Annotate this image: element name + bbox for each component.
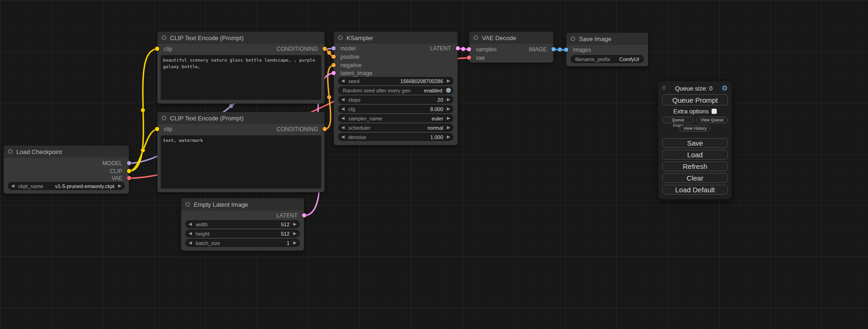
save-button[interactable]: Save <box>662 138 728 148</box>
collapse-dot-icon[interactable] <box>8 149 13 154</box>
increment-icon[interactable]: ▶ <box>447 107 450 111</box>
decrement-icon[interactable]: ◀ <box>341 135 345 139</box>
input-port-clip[interactable] <box>155 47 159 51</box>
output-label-latent: LATENT <box>276 212 297 219</box>
increment-icon[interactable]: ▶ <box>447 79 450 83</box>
increment-icon[interactable]: ▶ <box>293 241 296 245</box>
increment-icon[interactable]: ▶ <box>447 126 450 130</box>
widget-seed[interactable]: ◀ seed 156680208700286 ▶ <box>338 77 453 85</box>
decrement-icon[interactable]: ◀ <box>189 231 192 236</box>
node-title-bar[interactable]: VAE Decode <box>469 32 553 44</box>
output-label-model: MODEL <box>102 160 122 167</box>
collapse-dot-icon[interactable] <box>571 36 575 41</box>
widget-value: 512 <box>281 231 289 237</box>
input-port-samples[interactable] <box>467 47 471 51</box>
widget-denoise[interactable]: ◀ denoise 1.000 ▶ <box>338 133 453 141</box>
node-title-bar[interactable]: KSampler <box>334 32 458 44</box>
node-title-bar[interactable]: Load Checkpoint <box>4 146 129 158</box>
decrement-icon[interactable]: ◀ <box>341 126 345 130</box>
input-port-images[interactable] <box>564 48 568 52</box>
input-port-model[interactable] <box>332 46 336 50</box>
increment-icon[interactable]: ▶ <box>293 231 296 236</box>
extra-options-checkbox[interactable] <box>712 109 717 114</box>
widget-cfg[interactable]: ◀ cfg 8.000 ▶ <box>338 105 453 113</box>
output-port-conditioning[interactable] <box>323 47 327 51</box>
collapse-dot-icon[interactable] <box>185 202 190 207</box>
queue-menu-panel: ⠿ Queue size: 0 ⚙ Queue Prompt Extra opt… <box>658 81 732 199</box>
input-port-negative[interactable] <box>332 63 336 67</box>
node-title-bar[interactable]: Save Image <box>566 33 648 45</box>
prompt-textarea[interactable]: text, watermark <box>161 135 321 189</box>
increment-icon[interactable]: ▶ <box>447 98 450 102</box>
output-label-image: IMAGE <box>529 46 547 53</box>
queue-front-button[interactable]: Queue Front <box>662 117 694 123</box>
node-empty-latent-image[interactable]: Empty Latent Image LATENT ◀ width 512 ▶ … <box>181 198 304 251</box>
input-port-latent-image[interactable] <box>332 71 336 75</box>
prompt-textarea[interactable]: beautiful scenery nature glass bottle la… <box>161 55 321 100</box>
node-vae-decode[interactable]: VAE Decode samples vae IMAGE <box>469 32 553 63</box>
node-clip-text-encode-negative[interactable]: CLIP Text Encode (Prompt) clip CONDITION… <box>157 112 325 192</box>
node-title-bar[interactable]: CLIP Text Encode (Prompt) <box>157 112 325 124</box>
node-title: Load Checkpoint <box>16 148 62 155</box>
node-title-bar[interactable]: CLIP Text Encode (Prompt) <box>157 32 325 44</box>
output-port-image[interactable] <box>551 47 556 51</box>
increment-icon[interactable]: ▶ <box>118 184 121 188</box>
widget-name: filename_prefix <box>575 56 610 62</box>
widget-value: normal <box>427 125 443 131</box>
node-title-bar[interactable]: Empty Latent Image <box>181 198 304 210</box>
node-ksampler[interactable]: KSampler model positive negative latent_… <box>334 32 458 145</box>
input-port-positive[interactable] <box>332 55 336 59</box>
node-clip-text-encode-positive[interactable]: CLIP Text Encode (Prompt) clip CONDITION… <box>157 32 325 104</box>
widget-random-seed[interactable]: Random seed after every gen enabled <box>338 86 453 94</box>
output-label-conditioning: CONDITIONING <box>276 45 318 53</box>
output-port-conditioning[interactable] <box>323 127 327 131</box>
widget-width[interactable]: ◀ width 512 ▶ <box>185 220 300 228</box>
input-port-vae[interactable] <box>467 56 471 60</box>
widget-name: cfg <box>348 106 355 112</box>
decrement-icon[interactable]: ◀ <box>189 241 192 245</box>
widget-value: 8.000 <box>430 106 444 112</box>
input-port-clip[interactable] <box>155 127 159 131</box>
collapse-dot-icon[interactable] <box>162 116 166 120</box>
output-port-model[interactable] <box>127 161 131 165</box>
collapse-dot-icon[interactable] <box>162 35 166 40</box>
increment-icon[interactable]: ▶ <box>293 222 296 226</box>
decrement-icon[interactable]: ◀ <box>341 98 345 102</box>
decrement-icon[interactable]: ◀ <box>189 222 192 226</box>
decrement-icon[interactable]: ◀ <box>341 116 345 120</box>
input-label-negative: negative <box>340 62 361 69</box>
widget-filename-prefix[interactable]: filename_prefix ComfyUI <box>571 55 644 63</box>
node-save-image[interactable]: Save Image images filename_prefix ComfyU… <box>566 33 648 66</box>
widget-batch-size[interactable]: ◀ batch_size 1 ▶ <box>185 239 300 247</box>
output-port-latent[interactable] <box>302 213 306 217</box>
output-port-vae[interactable] <box>127 176 131 180</box>
output-label-vae: VAE <box>112 175 122 182</box>
view-history-button[interactable]: View History <box>679 125 711 132</box>
decrement-icon[interactable]: ◀ <box>11 184 14 188</box>
wire-dot-clip-positive <box>141 108 145 112</box>
clear-button[interactable]: Clear <box>662 173 728 183</box>
queue-prompt-button[interactable]: Queue Prompt <box>662 94 728 105</box>
output-port-latent[interactable] <box>456 46 460 50</box>
widget-ckpt-name[interactable]: ◀ ckpt_name v1-5-pruned-emaonly.ckpt ▶ <box>8 182 125 190</box>
decrement-icon[interactable]: ◀ <box>341 79 345 83</box>
drag-handle-icon[interactable]: ⠿ <box>662 85 666 91</box>
collapse-dot-icon[interactable] <box>473 35 478 40</box>
node-load-checkpoint[interactable]: Load Checkpoint MODEL CLIP VAE ◀ ckpt_na… <box>4 146 129 194</box>
collapse-dot-icon[interactable] <box>338 35 343 40</box>
increment-icon[interactable]: ▶ <box>447 135 450 139</box>
settings-gear-icon[interactable]: ⚙ <box>722 84 728 92</box>
refresh-button[interactable]: Refresh <box>662 161 728 171</box>
output-port-clip[interactable] <box>127 169 131 173</box>
widget-sampler-name[interactable]: ◀ sampler_name euler ▶ <box>338 114 453 122</box>
toggle-icon[interactable] <box>446 88 451 93</box>
increment-icon[interactable]: ▶ <box>447 116 450 120</box>
decrement-icon[interactable]: ◀ <box>341 107 345 111</box>
load-button[interactable]: Load <box>662 150 728 160</box>
wire-dot-clip-negative <box>141 148 145 153</box>
widget-scheduler[interactable]: ◀ scheduler normal ▶ <box>338 124 453 132</box>
view-queue-button[interactable]: View Queue <box>696 117 728 123</box>
widget-steps[interactable]: ◀ steps 20 ▶ <box>338 96 453 104</box>
load-default-button[interactable]: Load Default <box>662 185 728 195</box>
widget-height[interactable]: ◀ height 512 ▶ <box>185 230 300 238</box>
